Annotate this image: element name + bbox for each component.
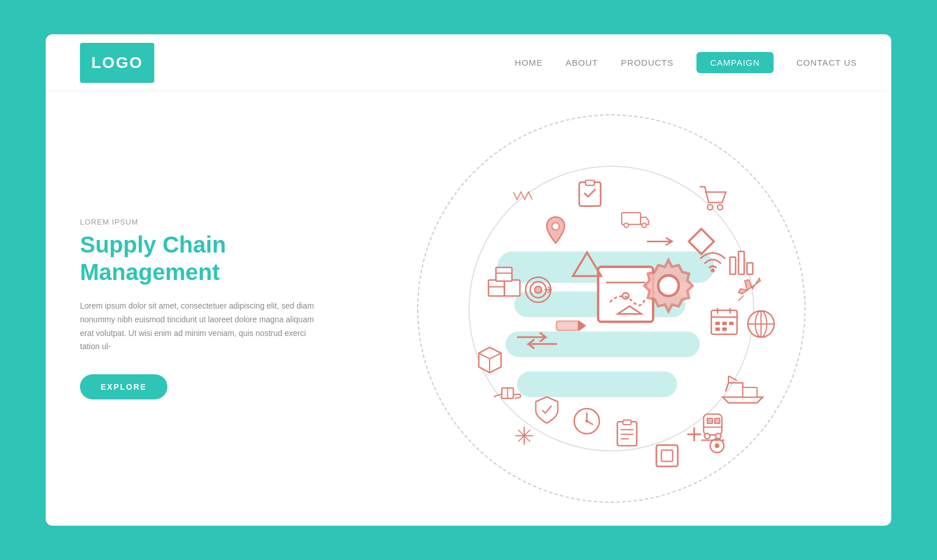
main-card: LOGO HOME ABOUT PRODUCTS CAMPAIGN CONTAC… [46,34,891,526]
nav-home[interactable]: HOME [515,58,543,67]
target-bullseye-icon [523,274,554,306]
svg-rect-26 [722,327,727,331]
svg-rect-45 [656,445,678,466]
explore-button[interactable]: EXPLORE [80,374,167,399]
svg-rect-41 [623,420,631,425]
svg-point-8 [552,223,559,230]
svg-rect-31 [743,387,757,397]
svg-point-63 [535,286,542,293]
header: LOGO HOME ABOUT PRODUCTS CAMPAIGN CONTAC… [46,34,891,91]
svg-rect-57 [504,280,520,296]
triangle-icon [571,249,603,280]
nav-campaign[interactable]: CAMPAIGN [696,52,774,73]
svg-rect-54 [556,321,578,330]
svg-point-12 [707,205,712,210]
description-text: Lorem ipsum dolor sit amet, consectetuer… [80,299,320,354]
cloud-blob-4 [517,371,677,397]
nav-contact[interactable]: CONTACT US [796,58,857,67]
packages-icon [486,263,523,300]
svg-rect-22 [715,322,720,325]
shopping-cart-icon [697,183,728,214]
shield-icon [531,394,563,426]
svg-rect-25 [715,327,720,331]
diamond-icon-top [686,226,717,257]
bidirectional-arrows-icon [514,326,560,354]
airplane-icon [734,274,766,306]
zigzag-icon [511,189,534,203]
square-icon [651,440,683,471]
svg-rect-23 [722,322,727,325]
svg-rect-58 [496,267,512,281]
svg-point-13 [718,205,723,210]
hand-delivery-icon [491,377,523,409]
location-pin-icon [540,214,571,246]
bar-chart-icon [726,246,757,277]
logo-box: LOGO [80,43,154,83]
clock-icon [571,406,603,437]
clipboard-bottom-icon [611,417,643,449]
svg-point-11 [642,223,647,227]
svg-rect-46 [662,450,673,462]
nav: HOME ABOUT PRODUCTS CAMPAIGN CONTACT US [515,52,857,73]
eyebrow-text: LOREM IPSUM [80,218,343,226]
svg-rect-15 [730,257,736,274]
svg-rect-9 [622,213,640,224]
svg-rect-33 [703,414,722,435]
svg-rect-34 [707,418,712,423]
svg-rect-17 [747,263,753,274]
svg-point-14 [711,269,715,273]
svg-point-73 [715,443,719,448]
main-title: Supply Chain Management [80,231,343,286]
grid-circle-icon [746,309,777,340]
svg-rect-35 [715,418,720,423]
truck-icon [620,203,651,234]
svg-rect-56 [488,280,504,296]
svg-rect-16 [739,251,744,274]
dot-circle-icon [708,437,726,454]
svg-point-50 [586,420,588,423]
nav-about[interactable]: ABOUT [566,58,598,67]
svg-rect-6 [586,181,594,186]
calendar-icon [708,306,740,337]
clipboard-top-icon [574,177,606,209]
nav-products[interactable]: PRODUCTS [621,58,674,67]
gear-icon [634,251,703,320]
box-icon [474,343,506,374]
circle-diagram [417,114,806,503]
svg-point-10 [624,223,628,227]
svg-marker-55 [578,320,586,331]
svg-point-4 [658,275,679,296]
right-illustration [366,91,857,526]
main-content: LOREM IPSUM Supply Chain Management Lore… [46,91,891,526]
arrow-right-icon [554,314,588,337]
left-content: LOREM IPSUM Supply Chain Management Lore… [80,218,366,399]
svg-rect-24 [729,322,734,325]
ship-icon [720,371,766,409]
sparkle-icon [514,426,534,446]
logo-text: LOGO [91,54,143,72]
svg-marker-65 [573,253,602,276]
plus-icon [686,426,703,443]
